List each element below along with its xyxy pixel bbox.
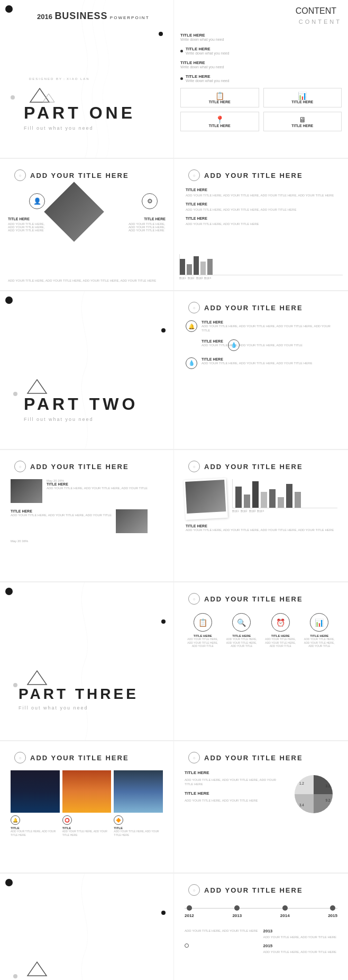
body-right: ADD YOUR TITLE HERE, ADD YOUR TITLE HERE… — [129, 222, 171, 232]
svg-text:3.2: 3.2 — [326, 784, 331, 788]
designer-label: DESIGNED BY：XIAO LAN — [29, 77, 90, 82]
content-label: CONTENT — [180, 6, 342, 16]
section-header-right: ○ ADD YOUR TITLE HERE — [180, 165, 342, 185]
icon-person: 👤 — [29, 193, 45, 209]
timeline-header: ○ ADD YOUR TITLE HERE — [6, 456, 167, 476]
icon-cards-row: 📋 TITLE HERE ADD YOUR TITLE HERE, ADD YO… — [180, 609, 342, 652]
icon-card-c: ⏰ TITLE HERE ADD YOUR TITLE HERE, ADD YO… — [262, 613, 299, 648]
body-left: ADD YOUR TITLE HERE, ADD YOUR TITLE HERE… — [8, 222, 50, 232]
pie-header: ○ ADD YOUR TITLE HERE — [180, 748, 342, 768]
year-block-2013: 2013 ADD YOUR TITLE HERE, ADD YOUR TITLE… — [263, 929, 338, 939]
part2-right-header: ○ ADD YOUR TITLE HERE — [180, 298, 342, 318]
logo-year: 2016 — [37, 13, 52, 21]
content-item-1: TITLE HERE Write down what you need — [180, 33, 342, 41]
section-circle: ○ — [14, 169, 26, 181]
polaroid-photo — [184, 478, 228, 520]
logo-circle: 2016 BUSINESS POWERPOINT — [37, 11, 150, 22]
svg-marker-2 — [28, 380, 47, 393]
part-four-label: PART FOUR — [19, 977, 127, 980]
year-2015: 2015 — [328, 905, 337, 918]
icon-card-d: 📊 TITLE HERE ADD YOUR TITLE HERE, ADD YO… — [301, 613, 338, 648]
photo-2 — [116, 509, 148, 533]
logo-business: BUSINESS — [54, 11, 107, 21]
year-block-2015: 2015 ADD YOUR TITLE HERE, ADD YOUR TITLE… — [263, 943, 338, 954]
timeline-section: May 20 26% TITLE HERE ADD YOUR TITLE HER… — [6, 476, 167, 545]
icon-card-a: 📋 TITLE HERE ADD YOUR TITLE HERE, ADD YO… — [185, 613, 221, 648]
year-block-2012: ADD YOUR TITLE HERE, ADD YOUR TITLE HERE — [185, 929, 259, 939]
photo-tall-2: ⭕ TITLE ADD YOUR TITLE HERE, ADD YOUR TI… — [62, 770, 112, 837]
icon-card-1: 📋 TITLE HERE — [180, 88, 259, 107]
bar-chart-group — [232, 479, 337, 508]
svg-text:3.4: 3.4 — [299, 803, 304, 807]
photos-header: ○ ADD YOUR TITLE HERE — [6, 748, 167, 768]
barchart-header: ○ ADD YOUR TITLE HERE — [180, 456, 342, 476]
photo-tall-1: 🔔 TITLE ADD YOUR TITLE HERE, ADD YOUR TI… — [11, 770, 60, 837]
year-2013: 2013 — [232, 905, 242, 918]
year-timeline: 2012 2013 2014 2015 — [180, 900, 342, 960]
diamond-photo — [44, 182, 104, 241]
part-two-text: PART TWO Fill out what you need — [24, 394, 138, 422]
content-item-4: TITLE HERE Write down what you need — [180, 74, 342, 83]
part-three-sub: Fill out what you need — [19, 705, 139, 711]
svg-marker-1 — [43, 94, 54, 102]
part-four-text: PART FOUR Fill out what you need — [19, 977, 127, 980]
content-item-2: TITLE HERE Write down what you need — [180, 47, 342, 55]
title-here-left: TITLE HERE — [8, 217, 30, 221]
icon-card-2: 📊 TITLE HERE — [263, 88, 342, 107]
photo-1 — [11, 479, 42, 503]
part-one-sub: Fill out what you need — [24, 125, 135, 131]
photo-tall-3: 🔶 TITLE ADD YOUR TITLE HERE, ADD YOUR TI… — [114, 770, 163, 837]
chart-title: TITLE HERE ADD YOUR TITLE HERE, ADD YOUR… — [180, 522, 342, 535]
svg-marker-9 — [28, 962, 47, 976]
svg-marker-3 — [28, 671, 47, 685]
logo-sub: POWERPOINT — [110, 15, 150, 20]
title-here-right: TITLE HERE — [144, 217, 166, 221]
year-block-dot — [185, 943, 259, 954]
part-three-text: PART THREE Fill out what you need — [19, 686, 139, 711]
year-2014: 2014 — [280, 905, 290, 918]
icons-header: ○ ADD YOUR TITLE HERE — [180, 589, 342, 609]
year-2012: 2012 — [185, 905, 194, 918]
text-block-group: TITLE HERE ADD YOUR TITLE HERE, ADD YOUR… — [180, 185, 342, 233]
part-one-text: PART ONE Fill out what you need — [24, 103, 135, 131]
part-three-label: PART THREE — [19, 686, 139, 703]
body-bottom: ADD YOUR TITLE HERE, ADD YOUR TITLE HERE… — [8, 279, 166, 282]
icon-card-3: 📍 TITLE HERE — [180, 112, 259, 131]
content-item-3: TITLE HERE Write down what you need — [180, 60, 342, 69]
year-header: ○ ADD YOUR TITLE HERE — [180, 880, 342, 900]
chart-section: 数据1数据2数据3数据4 — [180, 476, 342, 522]
svg-text:9.2: 9.2 — [326, 798, 331, 802]
date-2: May 20 36% — [11, 540, 163, 543]
part-one-label: PART ONE — [24, 103, 135, 123]
content-header: CONTENT — [180, 19, 342, 25]
pie-chart: 3.2 9.2 3.4 1.2 — [290, 770, 337, 820]
section-header-left: ○ ADD YOUR TITLE HERE — [6, 165, 167, 185]
photo-gallery: 🔔 TITLE ADD YOUR TITLE HERE, ADD YOUR TI… — [6, 768, 167, 839]
icon-card-b: 🔍 TITLE HERE ADD YOUR TITLE HERE, ADD YO… — [224, 613, 260, 648]
icon-gear: ⚙ — [142, 193, 158, 209]
icon-card-4: 🖥 TITLE HERE — [263, 112, 342, 131]
part-two-sub: Fill out what you need — [24, 417, 138, 422]
part-two-label: PART TWO — [24, 394, 138, 414]
pie-section: TITLE HERE ADD YOUR TITLE HERE, ADD YOUR… — [180, 768, 342, 823]
svg-text:1.2: 1.2 — [299, 781, 304, 785]
section-title-left: ADD YOUR TITLE HERE — [30, 172, 129, 179]
icon-list: 🔔 TITLE HERE ADD YOUR TITLE HERE, ADD YO… — [180, 318, 342, 378]
